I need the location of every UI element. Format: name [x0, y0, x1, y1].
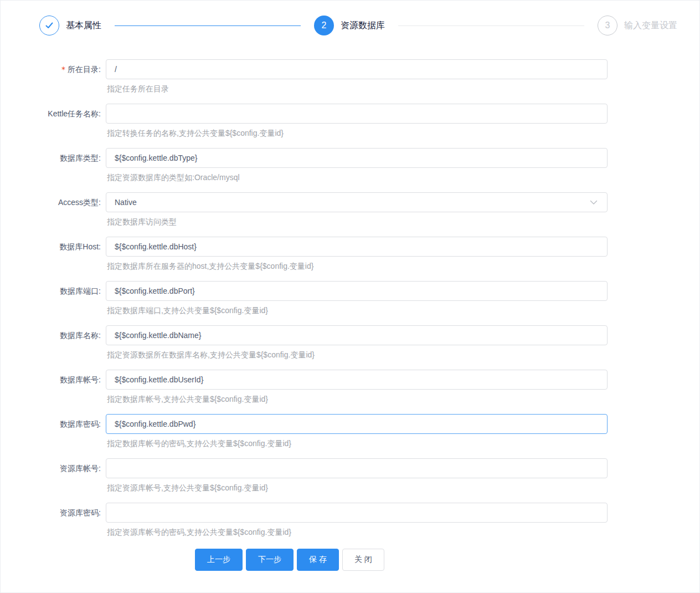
- access-type-selected-value: Native: [115, 198, 137, 207]
- steps-bar: 基本属性2资源数据库3输入变量设置: [39, 16, 677, 35]
- save-button[interactable]: 保 存: [297, 549, 339, 571]
- field-cell-db-type: 指定资源数据库的类型如:Oracle/mysql: [106, 148, 608, 183]
- field-label-text: Access类型:: [58, 198, 101, 207]
- db-type-input[interactable]: [106, 148, 608, 168]
- field-hint-db-name: 指定资源数据所在数据库名称,支持公共变量${$config.变量id}: [107, 350, 608, 360]
- field-hint-access-type: 指定数据库访问类型: [107, 217, 608, 227]
- field-hint-repo-password: 指定资源库帐号的密码,支持公共变量${$config.变量id}: [107, 527, 608, 538]
- field-hint-db-password: 指定数据库帐号的密码,支持公共变量${$config.变量id}: [107, 438, 608, 449]
- step-basic: 基本属性: [39, 16, 101, 35]
- field-cell-db-host: 指定数据库所在服务器的host,支持公共变量${$config.变量id}: [106, 237, 608, 272]
- prev-step-button[interactable]: 上一步: [195, 549, 243, 571]
- field-hint-db-port: 指定数据库端口,支持公共变量${$config.变量id}: [107, 305, 608, 316]
- repo-user-input[interactable]: [106, 458, 608, 478]
- field-label-text: 数据库端口:: [60, 287, 101, 295]
- field-cell-db-user: 指定数据库帐号,支持公共变量${$config.变量id}: [106, 370, 608, 405]
- field-label-text: Kettle任务名称:: [48, 109, 101, 118]
- field-cell-repo-password: 指定资源库帐号的密码,支持公共变量${$config.变量id}: [106, 503, 608, 538]
- required-asterisk: *: [61, 65, 65, 74]
- repo-password-input[interactable]: [106, 503, 608, 523]
- directory-input[interactable]: [106, 59, 608, 79]
- field-label-db-port: 数据库端口:: [1, 281, 106, 316]
- field-cell-db-name: 指定资源数据所在数据库名称,支持公共变量${$config.变量id}: [106, 325, 608, 360]
- field-cell-access-type: Native指定数据库访问类型: [106, 192, 608, 227]
- step-variables: 3输入变量设置: [598, 16, 677, 35]
- access-type-select[interactable]: Native: [106, 192, 608, 212]
- close-button[interactable]: 关 闭: [342, 549, 384, 571]
- form-row-directory: *所在目录:指定任务所在目录: [1, 59, 699, 94]
- field-label-text: 所在目录:: [68, 65, 101, 74]
- step-resource: 2资源数据库: [314, 16, 385, 35]
- field-label-text: 数据库密码:: [60, 420, 101, 428]
- field-label-text: 数据库帐号:: [60, 375, 101, 384]
- field-label-text: 资源库帐号:: [60, 464, 101, 473]
- field-label-repo-password: 资源库密码:: [1, 503, 106, 538]
- field-label-text: 数据库类型:: [60, 154, 101, 162]
- step-number-resource: 2: [314, 16, 334, 35]
- step-label-resource: 资源数据库: [341, 20, 385, 32]
- field-hint-kettle-task-name: 指定转换任务的名称,支持公共变量${$config.变量id}: [107, 128, 608, 139]
- field-label-directory: *所在目录:: [1, 59, 106, 94]
- field-cell-repo-user: 指定资源库帐号,支持公共变量${$config.变量id}: [106, 458, 608, 493]
- step-connector: [115, 25, 301, 26]
- form-row-repo-user: 资源库帐号:指定资源库帐号,支持公共变量${$config.变量id}: [1, 458, 699, 493]
- form-row-access-type: Access类型:Native指定数据库访问类型: [1, 192, 699, 227]
- field-cell-directory: 指定任务所在目录: [106, 59, 608, 94]
- db-user-input[interactable]: [106, 370, 608, 390]
- db-port-input[interactable]: [106, 281, 608, 301]
- field-cell-db-port: 指定数据库端口,支持公共变量${$config.变量id}: [106, 281, 608, 316]
- field-label-kettle-task-name: Kettle任务名称:: [1, 104, 106, 139]
- form-row-repo-password: 资源库密码:指定资源库帐号的密码,支持公共变量${$config.变量id}: [1, 503, 699, 538]
- field-label-text: 资源库密码:: [60, 508, 101, 517]
- task-form: *所在目录:指定任务所在目录Kettle任务名称:指定转换任务的名称,支持公共变…: [1, 59, 699, 538]
- form-row-db-port: 数据库端口:指定数据库端口,支持公共变量${$config.变量id}: [1, 281, 699, 316]
- field-hint-db-user: 指定数据库帐号,支持公共变量${$config.变量id}: [107, 394, 608, 405]
- field-cell-db-password: 指定数据库帐号的密码,支持公共变量${$config.变量id}: [106, 414, 608, 449]
- footer-buttons: 上一步下一步保 存关 闭: [195, 549, 699, 571]
- field-label-db-password: 数据库密码:: [1, 414, 106, 449]
- next-step-button[interactable]: 下一步: [246, 549, 294, 571]
- form-row-db-user: 数据库帐号:指定数据库帐号,支持公共变量${$config.变量id}: [1, 370, 699, 405]
- db-password-input[interactable]: [106, 414, 608, 434]
- chevron-down-icon: [590, 200, 598, 205]
- field-label-db-user: 数据库帐号:: [1, 370, 106, 405]
- field-label-db-name: 数据库名称:: [1, 325, 106, 360]
- form-row-db-host: 数据库Host:指定数据库所在服务器的host,支持公共变量${$config.…: [1, 237, 699, 272]
- field-label-access-type: Access类型:: [1, 192, 106, 227]
- field-label-repo-user: 资源库帐号:: [1, 458, 106, 493]
- field-hint-db-host: 指定数据库所在服务器的host,支持公共变量${$config.变量id}: [107, 261, 608, 272]
- field-label-text: 数据库Host:: [59, 242, 101, 251]
- form-row-db-password: 数据库密码:指定数据库帐号的密码,支持公共变量${$config.变量id}: [1, 414, 699, 449]
- kettle-task-name-input[interactable]: [106, 104, 608, 124]
- field-hint-db-type: 指定资源数据库的类型如:Oracle/mysql: [107, 172, 608, 183]
- field-label-db-type: 数据库类型:: [1, 148, 106, 183]
- db-host-input[interactable]: [106, 237, 608, 257]
- step-label-variables: 输入变量设置: [624, 20, 677, 32]
- field-hint-directory: 指定任务所在目录: [107, 84, 608, 94]
- field-hint-repo-user: 指定资源库帐号,支持公共变量${$config.变量id}: [107, 483, 608, 493]
- db-name-input[interactable]: [106, 325, 608, 345]
- form-row-db-type: 数据库类型:指定资源数据库的类型如:Oracle/mysql: [1, 148, 699, 183]
- field-label-text: 数据库名称:: [60, 331, 101, 340]
- kettle-task-wizard-page: 基本属性2资源数据库3输入变量设置 *所在目录:指定任务所在目录Kettle任务…: [0, 0, 700, 593]
- field-label-db-host: 数据库Host:: [1, 237, 106, 272]
- field-cell-kettle-task-name: 指定转换任务的名称,支持公共变量${$config.变量id}: [106, 104, 608, 139]
- form-row-kettle-task-name: Kettle任务名称:指定转换任务的名称,支持公共变量${$config.变量i…: [1, 104, 699, 139]
- step-label-basic: 基本属性: [66, 20, 101, 32]
- check-icon: [39, 16, 59, 35]
- form-row-db-name: 数据库名称:指定资源数据所在数据库名称,支持公共变量${$config.变量id…: [1, 325, 699, 360]
- step-number-variables: 3: [598, 16, 617, 35]
- step-connector: [398, 25, 584, 26]
